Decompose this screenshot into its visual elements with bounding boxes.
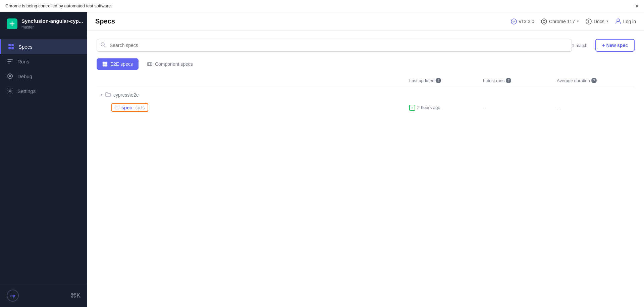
spec-file-cell: spec .cy.ts xyxy=(111,103,409,112)
new-spec-button[interactable]: + New spec xyxy=(595,39,635,52)
svg-rect-2 xyxy=(11,44,14,46)
match-count: 1 match xyxy=(572,43,591,48)
sidebar-item-specs[interactable]: Specs xyxy=(0,39,87,54)
svg-rect-26 xyxy=(105,64,107,66)
browser-icon xyxy=(541,18,547,24)
notification-close-button[interactable]: × xyxy=(635,3,639,9)
sidebar-item-settings-label: Settings xyxy=(17,88,36,94)
sidebar-item-debug-label: Debug xyxy=(17,73,32,79)
docs-text: Docs xyxy=(594,19,604,24)
docs-chevron: ▾ xyxy=(606,19,608,23)
settings-icon xyxy=(7,88,13,94)
svg-point-20 xyxy=(617,19,620,21)
runs-icon xyxy=(7,58,13,65)
project-branch: master xyxy=(21,25,83,30)
spec-duration-cell: -- xyxy=(557,105,631,110)
page-title: Specs xyxy=(95,17,115,25)
tab-e2e-specs[interactable]: E2E specs xyxy=(97,58,139,70)
spec-updated-text: 2 hours ago xyxy=(417,105,440,110)
spec-updated-cell: + 2 hours ago xyxy=(409,105,483,111)
svg-rect-4 xyxy=(11,47,14,49)
spec-name-bold: spec xyxy=(121,105,132,110)
docs-badge[interactable]: ? Docs ▾ xyxy=(586,18,608,24)
sidebar-item-settings[interactable]: Settings xyxy=(0,84,87,98)
sidebar-header: Syncfusion-angular-cyp... master xyxy=(0,12,87,35)
content-area: 1 match + New spec E2E specs xyxy=(87,31,644,307)
col-last-updated: Last updated ? xyxy=(409,78,483,83)
latest-runs-label: Latest runs xyxy=(483,78,504,83)
svg-rect-24 xyxy=(105,62,107,64)
svg-line-22 xyxy=(104,46,105,47)
top-header: Specs v13.3.0 xyxy=(87,12,644,31)
svg-text:?: ? xyxy=(587,20,589,23)
keyboard-shortcut-icon[interactable]: ⌘K xyxy=(70,292,80,299)
spec-updated-icon: + xyxy=(409,105,415,111)
version-icon xyxy=(511,18,517,24)
search-input[interactable] xyxy=(97,39,572,52)
table-row[interactable]: spec .cy.ts + 2 hours ago -- -- xyxy=(97,101,635,114)
e2e-tab-icon xyxy=(102,61,108,67)
sidebar-item-debug[interactable]: Debug xyxy=(0,69,87,84)
version-badge: v13.3.0 xyxy=(511,18,534,24)
notification-text: Chrome is being controlled by automated … xyxy=(5,3,112,8)
folder-name: cypress\e2e xyxy=(113,92,139,98)
last-updated-label: Last updated xyxy=(409,78,434,83)
svg-point-10 xyxy=(9,90,11,92)
last-updated-help[interactable]: ? xyxy=(436,78,441,83)
spec-runs-cell: -- xyxy=(483,105,557,110)
col-avg-duration: Average duration ? xyxy=(557,78,631,83)
sidebar-item-runs-label: Runs xyxy=(17,59,29,64)
folder-chevron-icon: ▾ xyxy=(101,93,103,97)
header-actions: v13.3.0 Chrome 117 xyxy=(511,18,636,25)
latest-runs-help[interactable]: ? xyxy=(506,78,511,83)
avg-duration-help[interactable]: ? xyxy=(591,78,597,83)
tab-e2e-label: E2E specs xyxy=(110,61,133,67)
project-name: Syncfusion-angular-cyp... xyxy=(21,18,83,24)
svg-rect-25 xyxy=(103,64,105,66)
svg-rect-1 xyxy=(8,44,11,46)
docs-icon: ? xyxy=(586,18,592,24)
project-info: Syncfusion-angular-cyp... master xyxy=(21,18,83,30)
folder-icon xyxy=(105,92,111,98)
svg-rect-23 xyxy=(103,62,105,64)
browser-text: Chrome 117 xyxy=(549,19,575,24)
user-icon xyxy=(615,18,621,25)
sidebar-item-specs-label: Specs xyxy=(18,44,33,50)
cy-logo[interactable]: cy xyxy=(7,290,19,302)
folder-row[interactable]: ▾ cypress\e2e xyxy=(97,89,635,101)
login-button[interactable]: Log in xyxy=(615,18,636,25)
svg-point-9 xyxy=(9,75,11,77)
tab-component-label: Component specs xyxy=(155,61,193,67)
tabs-container: E2E specs Component specs xyxy=(97,58,635,70)
spec-file-name-wrapper: spec .cy.ts xyxy=(111,103,148,112)
browser-chevron: ▾ xyxy=(577,19,579,23)
sidebar-nav: Specs Runs xyxy=(0,35,87,284)
login-text: Log in xyxy=(623,19,636,24)
component-tab-icon xyxy=(147,61,152,67)
version-text: v13.3.0 xyxy=(519,19,534,24)
app-icon xyxy=(7,18,17,29)
tab-component-specs[interactable]: Component specs xyxy=(141,58,199,70)
column-headers: Last updated ? Latest runs ? Average dur… xyxy=(97,75,635,86)
avg-duration-label: Average duration xyxy=(557,78,590,83)
file-tree: ▾ cypress\e2e xyxy=(97,89,635,114)
sidebar: Syncfusion-angular-cyp... master Specs xyxy=(0,12,87,307)
spec-file-icon xyxy=(115,105,119,110)
specs-icon xyxy=(8,43,14,50)
browser-badge[interactable]: Chrome 117 ▾ xyxy=(541,18,579,24)
search-icon xyxy=(101,42,106,48)
sidebar-item-runs[interactable]: Runs xyxy=(0,54,87,69)
svg-rect-27 xyxy=(147,63,152,65)
svg-rect-3 xyxy=(8,47,11,49)
spec-name-ext: .cy.ts xyxy=(134,105,145,110)
notification-bar: Chrome is being controlled by automated … xyxy=(0,0,644,12)
search-container: 1 match + New spec xyxy=(97,39,635,52)
col-latest-runs: Latest runs ? xyxy=(483,78,557,83)
main-content: Specs v13.3.0 xyxy=(87,12,644,307)
sidebar-footer: cy ⌘K xyxy=(0,284,87,307)
col-spec-name xyxy=(101,78,409,83)
debug-icon xyxy=(7,73,13,80)
search-input-wrapper: 1 match xyxy=(97,39,591,52)
svg-point-13 xyxy=(543,20,545,22)
sidebar-header-inner: Syncfusion-angular-cyp... master xyxy=(7,18,80,30)
